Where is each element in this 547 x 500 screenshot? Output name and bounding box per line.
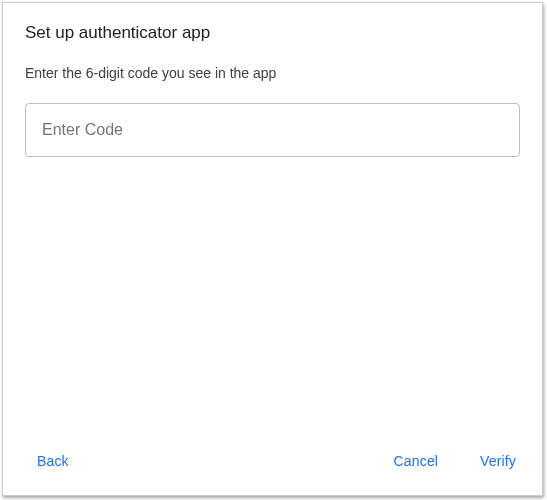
dialog-title: Set up authenticator app	[25, 23, 520, 43]
code-input[interactable]	[25, 103, 520, 157]
authenticator-setup-dialog: Set up authenticator app Enter the 6-dig…	[2, 2, 543, 496]
dialog-footer: Back Cancel Verify	[3, 429, 542, 495]
footer-right-actions: Cancel Verify	[382, 445, 528, 477]
dialog-content: Set up authenticator app Enter the 6-dig…	[3, 3, 542, 429]
cancel-button[interactable]: Cancel	[382, 445, 450, 477]
verify-button[interactable]: Verify	[468, 445, 528, 477]
instruction-text: Enter the 6-digit code you see in the ap…	[25, 65, 520, 81]
back-button[interactable]: Back	[25, 445, 81, 477]
